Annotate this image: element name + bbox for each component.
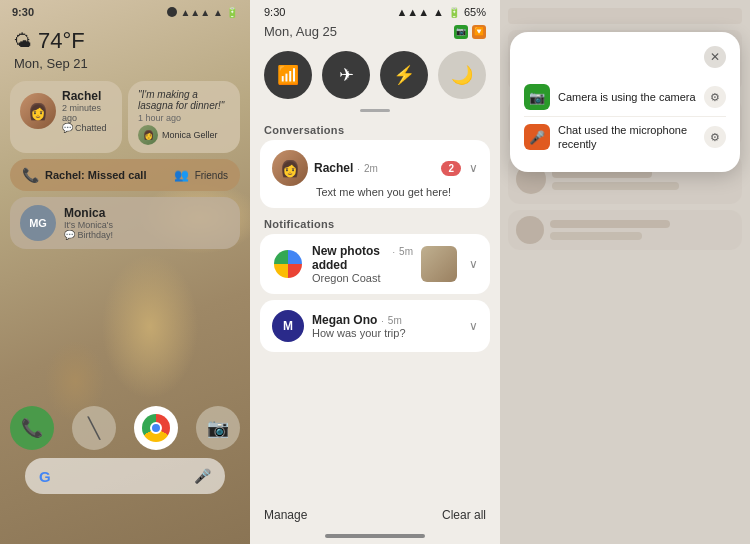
privacy-popup-panel: ✕ 📷 Camera is using the camera ⚙ 🎤 Chat … <box>500 0 750 544</box>
notif-status-bar: 9:30 ▲▲▲ ▲ 🔋 65% <box>250 0 500 20</box>
monica-widget[interactable]: MG Monica It's Monica's 💬 Birthday! <box>10 197 240 249</box>
drag-handle <box>360 109 390 112</box>
missed-call-text: Rachel: Missed call <box>45 169 147 181</box>
notif-bottom-bar: Manage Clear all <box>250 500 500 530</box>
notif-wifi-icon: ▲ <box>433 6 444 18</box>
gear-icon-2: ⚙ <box>710 131 720 144</box>
megan-notif-message: How was your trip? <box>312 327 457 339</box>
assistant-icon-button[interactable]: ╲ <box>72 406 116 450</box>
camera-icon-inner: 📷 <box>529 90 545 105</box>
notif-dot: · <box>357 164 360 174</box>
bottom-nav-indicator <box>325 534 425 538</box>
rachel-time: 2 minutes ago <box>62 103 112 123</box>
megan-expand-icon[interactable]: ∨ <box>469 319 478 333</box>
megan-name-row: Megan Ono · 5m <box>312 313 457 327</box>
wifi-icon: ▲ <box>213 7 223 18</box>
mic-settings-button[interactable]: ⚙ <box>704 126 726 148</box>
quick-toggles: 📶 ✈ ⚡ 🌙 <box>250 41 500 109</box>
rachel-notif-time: 2m <box>364 163 378 174</box>
photos-notif-name: New photos added <box>312 244 389 272</box>
rachel-badge: 2 <box>441 161 461 176</box>
rachel-expand-icon[interactable]: ∨ <box>469 161 478 175</box>
camera-icon-button[interactable]: 📷 <box>196 406 240 450</box>
home-time: 9:30 <box>12 6 34 18</box>
phone-icon: 📞 <box>21 417 43 439</box>
rachel-notif-avatar: 👩 <box>272 150 308 186</box>
missed-call-widget[interactable]: 📞 Rachel: Missed call 👥 Friends <box>10 159 240 191</box>
chrome-ring <box>142 414 170 442</box>
camera-privacy-text: Camera is using the camera <box>558 90 696 104</box>
monica-geller-label: Monica Geller <box>162 130 218 140</box>
mic-icon: 🎤 <box>194 468 211 484</box>
chrome-center <box>150 422 162 434</box>
notification-panel: 9:30 ▲▲▲ ▲ 🔋 65% Mon, Aug 25 📷 🔽 📶 ✈ ⚡ 🌙 <box>250 0 500 544</box>
search-bar[interactable]: G 🎤 <box>25 458 225 494</box>
airplane-toggle[interactable]: ✈ <box>322 51 370 99</box>
rachel-name-row: Rachel · 2m <box>314 161 435 175</box>
sleep-toggle[interactable]: 🌙 <box>438 51 486 99</box>
megan-notif-icon: M <box>272 310 304 342</box>
rachel-widget[interactable]: 👩 Rachel 2 minutes ago 💬 Chatted <box>10 81 122 153</box>
manage-button[interactable]: Manage <box>264 508 307 522</box>
wifi-toggle-icon: 📶 <box>277 64 299 86</box>
megan-dot: · <box>381 316 384 326</box>
close-icon: ✕ <box>710 50 720 64</box>
weather-temperature: 74°F <box>38 28 85 54</box>
monica-subtitle: It's Monica's 💬 Birthday! <box>64 220 113 240</box>
mic-privacy-item: 🎤 Chat used the microphone recently ⚙ <box>524 116 726 158</box>
friends-label: Friends <box>195 170 228 181</box>
widgets-area: 👩 Rachel 2 minutes ago 💬 Chatted "I'm ma… <box>0 75 250 255</box>
mic-icon-inner: 🎤 <box>529 130 545 145</box>
rachel-bubble-text: "I'm making a lasagna for dinner!" <box>138 89 230 111</box>
monica-small-avatar: 👩 <box>138 125 158 145</box>
photos-dot: · <box>393 247 396 257</box>
notif-time: 9:30 <box>264 6 285 18</box>
notifications-label: Notifications <box>250 214 500 234</box>
photos-notif-icon <box>272 248 304 280</box>
wifi-toggle[interactable]: 📶 <box>264 51 312 99</box>
mic-active-indicator: 🔽 <box>472 25 486 39</box>
battery-saver-icon: ⚡ <box>393 64 415 86</box>
privacy-alert-card: ✕ 📷 Camera is using the camera ⚙ 🎤 Chat … <box>510 32 740 172</box>
phone-icon-button[interactable]: 📞 <box>10 406 54 450</box>
dock-icons: 📞 ╲ 📷 <box>10 406 240 450</box>
missed-call-icon: 📞 <box>22 167 39 183</box>
assistant-icon: ╲ <box>88 416 100 440</box>
rachel-bubble-widget[interactable]: "I'm making a lasagna for dinner!" 1 hou… <box>128 81 240 153</box>
monica-name: Monica <box>64 206 113 220</box>
photos-expand-icon[interactable]: ∨ <box>469 257 478 271</box>
rachel-notif-name: Rachel <box>314 161 353 175</box>
airplane-icon: ✈ <box>339 64 354 86</box>
battery-saver-toggle[interactable]: ⚡ <box>380 51 428 99</box>
widget-row-rachel: 👩 Rachel 2 minutes ago 💬 Chatted "I'm ma… <box>10 81 240 153</box>
notif-signal-icon: ▲▲▲ <box>396 6 429 18</box>
popup-close-button[interactable]: ✕ <box>704 46 726 68</box>
rachel-action: 💬 Chatted <box>62 123 112 133</box>
monica-info: Monica It's Monica's 💬 Birthday! <box>64 206 113 240</box>
photos-thumbnail <box>421 246 457 282</box>
mic-privacy-text: Chat used the microphone recently <box>558 123 696 152</box>
clear-all-button[interactable]: Clear all <box>442 508 486 522</box>
status-dot <box>167 7 177 17</box>
rachel-name: Rachel <box>62 89 112 103</box>
rachel-notif-controls: 2 ∨ <box>441 161 478 176</box>
megan-notif-info: Megan Ono · 5m How was your trip? <box>312 313 457 339</box>
notif-date: Mon, Aug 25 <box>264 24 337 39</box>
chrome-icon-button[interactable] <box>134 406 178 450</box>
mic-privacy-icon: 🎤 <box>524 124 550 150</box>
rachel-notif-message: Text me when you get here! <box>316 186 478 198</box>
photos-notif-subtitle: Oregon Coast <box>312 272 413 284</box>
friends-icon: 👥 <box>174 168 189 182</box>
status-icons: ▲▲▲ ▲ 🔋 <box>167 7 238 18</box>
notif-battery-green-icon: 🔋 <box>448 7 460 18</box>
megan-notif-card[interactable]: M Megan Ono · 5m How was your trip? ∨ <box>260 300 490 352</box>
notif-date-row: Mon, Aug 25 📷 🔽 <box>250 20 500 41</box>
gmail-m-icon: M <box>283 319 293 333</box>
weather-date: Mon, Sep 21 <box>14 56 236 71</box>
camera-settings-button[interactable]: ⚙ <box>704 86 726 108</box>
photos-notif-card[interactable]: New photos added · 5m Oregon Coast ∨ <box>260 234 490 294</box>
rachel-notif-card[interactable]: 👩 Rachel · 2m 2 ∨ Text me when you get h… <box>260 140 490 208</box>
camera-privacy-item: 📷 Camera is using the camera ⚙ <box>524 78 726 116</box>
megan-notif-time: 5m <box>388 315 402 326</box>
google-photos-icon <box>274 250 302 278</box>
